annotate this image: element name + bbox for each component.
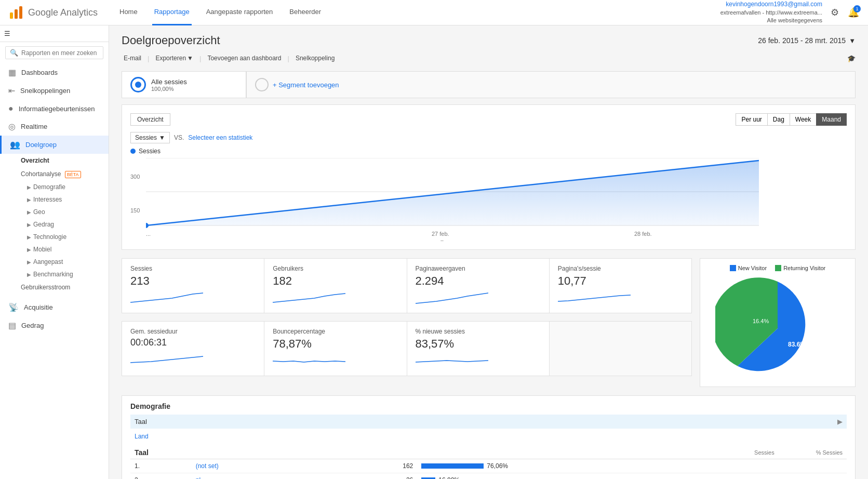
svg-text:16.4%: 16.4% bbox=[753, 318, 769, 324]
date-range-arrow: ▼ bbox=[849, 37, 856, 45]
taal-table-section: Taal Sessies % Sessies 1. (not set) 162 bbox=[130, 446, 847, 479]
segment-pct: 100,00% bbox=[151, 86, 187, 92]
taal-row[interactable]: Taal ▶ bbox=[130, 415, 847, 429]
taal-table: 1. (not set) 162 76,06% bbox=[130, 459, 847, 479]
metric-bounce: Bouncepercentage 78,87% bbox=[264, 321, 407, 376]
row-pct-1: 76,06% bbox=[487, 462, 508, 470]
sidebar-gebruikersstroom[interactable]: Gebruikersstroom bbox=[0, 281, 109, 294]
metrics-pie-row: Sessies 213 Gebruikers 182 bbox=[122, 258, 856, 387]
dag-button[interactable]: Dag bbox=[767, 113, 790, 126]
metrics-area: Sessies 213 Gebruikers 182 bbox=[122, 258, 691, 387]
maand-button[interactable]: Maand bbox=[816, 113, 847, 126]
sidebar-item-snelkoppelingen[interactable]: ⇤ Snelkoppelingen bbox=[0, 82, 109, 100]
user-email: kevinhogendoorn1993@gmail.com bbox=[720, 0, 822, 9]
svg-text:83.6%: 83.6% bbox=[788, 341, 806, 348]
sidebar-toggle[interactable]: ☰ bbox=[0, 25, 109, 42]
email-button[interactable]: E-mail bbox=[122, 54, 143, 63]
bar-cell-1: 76,06% bbox=[421, 462, 843, 470]
sidebar-demografie[interactable]: ▶ Demografie bbox=[0, 181, 109, 193]
metric-bounce-label: Bouncepercentage bbox=[273, 328, 398, 335]
table-row: 2. nl 36 16,90% bbox=[130, 473, 847, 480]
all-sessions-segment[interactable]: Alle sessies 100,00% bbox=[122, 71, 246, 98]
nav-aangepaste[interactable]: Aangepaste rapporten bbox=[204, 0, 275, 25]
sidebar-overzicht[interactable]: Overzicht bbox=[0, 154, 109, 167]
sidebar-item-doelgroep[interactable]: 👥 Doelgroep bbox=[0, 136, 109, 154]
sidebar: ☰ 🔍 ▦ Dashboards ⇤ Snelkoppelingen ● Inf… bbox=[0, 25, 109, 479]
nav-beheerder[interactable]: Beheerder bbox=[287, 0, 323, 25]
row-label-1[interactable]: (not set) bbox=[192, 459, 333, 473]
sidebar-gedrag[interactable]: ▶ Gedrag bbox=[0, 218, 109, 231]
google-analytics-logo bbox=[8, 5, 24, 20]
hamburger-icon: ☰ bbox=[4, 30, 10, 37]
date-range-picker[interactable]: 26 feb. 2015 - 28 mrt. 2015 ▼ bbox=[758, 36, 856, 45]
select-stat-link[interactable]: Selecteer een statistiek bbox=[188, 134, 252, 141]
week-button[interactable]: Week bbox=[790, 113, 817, 126]
sidebar-geo[interactable]: ▶ Geo bbox=[0, 206, 109, 218]
chart-visualization: 300 150 bbox=[130, 158, 847, 241]
sidebar-cohortanalyse[interactable]: Cohortanalyse BÉTA bbox=[0, 167, 109, 181]
sidebar-item-acquisitie[interactable]: 📡 Acquisitie bbox=[0, 298, 109, 316]
sidebar-gedrag-label2: Gedrag bbox=[21, 322, 44, 329]
export-button[interactable]: Exporteren ▼ bbox=[153, 54, 195, 63]
sidebar-interesses[interactable]: ▶ Interesses bbox=[0, 193, 109, 206]
sidebar-realtime-label: Realtime bbox=[21, 123, 47, 130]
chart-tabs-row: Overzicht Per uur Dag Week Maand bbox=[130, 113, 847, 126]
gear-icon[interactable]: ⚙ bbox=[829, 6, 841, 19]
sidebar-aangepast[interactable]: ▶ Aangepast bbox=[0, 256, 109, 268]
nav-home[interactable]: Home bbox=[117, 0, 140, 25]
sidebar-item-info[interactable]: ● Informatiegebeurtenissen bbox=[0, 100, 109, 117]
new-visitor-dot bbox=[730, 265, 736, 271]
metric-paginas-sessie-sparkline bbox=[558, 291, 683, 307]
search-box[interactable]: 🔍 bbox=[5, 46, 103, 59]
per-uur-button[interactable]: Per uur bbox=[736, 113, 767, 126]
col-sessions-header: Sessies bbox=[754, 449, 774, 456]
add-segment-button[interactable]: + Segment toevoegen bbox=[246, 71, 856, 98]
metric-selector[interactable]: Sessies ▼ bbox=[130, 132, 170, 143]
sidebar-item-gedrag[interactable]: ▤ Gedrag bbox=[0, 316, 109, 335]
bar-cell-2: 16,90% bbox=[421, 476, 843, 479]
chevron-gedrag: ▶ bbox=[27, 222, 31, 228]
pie-legend: New Visitor Returning Visitor bbox=[730, 265, 826, 271]
metric-nieuwe-sessies-value: 83,57% bbox=[416, 337, 541, 351]
new-visitor-legend: New Visitor bbox=[730, 265, 767, 271]
metric-nieuwe-sessies: % nieuwe sessies 83,57% bbox=[407, 321, 550, 376]
sidebar-doelgroep-label: Doelgroep bbox=[25, 141, 57, 149]
chart-area: Overzicht Per uur Dag Week Maand Sessies… bbox=[122, 104, 856, 250]
sidebar-mobiel[interactable]: ▶ Mobiel bbox=[0, 243, 109, 256]
metric-gebruikers-sparkline bbox=[273, 291, 398, 307]
row-label-2[interactable]: nl bbox=[192, 473, 333, 480]
land-label[interactable]: Land bbox=[130, 431, 847, 442]
sidebar-technologie[interactable]: ▶ Technologie bbox=[0, 231, 109, 243]
bell-icon[interactable]: 🔔 1 bbox=[847, 6, 860, 19]
row-num-1: 1. bbox=[130, 459, 192, 473]
segment-label: Alle sessies bbox=[151, 78, 187, 86]
taal-table-header: Taal Sessies % Sessies bbox=[130, 446, 847, 459]
add-dashboard-button[interactable]: Toevoegen aan dashboard bbox=[205, 54, 283, 63]
returning-visitor-dot bbox=[775, 265, 781, 271]
segment-info: Alle sessies 100,00% bbox=[151, 78, 187, 92]
sidebar-item-dashboards[interactable]: ▦ Dashboards bbox=[0, 63, 109, 82]
metric-paginas-sessie: Pagina's/sessie 10,77 bbox=[549, 258, 692, 313]
nav-rapportage[interactable]: Rapportage bbox=[152, 0, 192, 25]
bottom-row: Demografie Taal ▶ Land Taal Sessies % Se… bbox=[122, 395, 856, 479]
overview-tab[interactable]: Overzicht bbox=[130, 113, 170, 126]
returning-visitor-legend: Returning Visitor bbox=[775, 265, 825, 271]
time-buttons: Per uur Dag Week Maand bbox=[736, 113, 847, 126]
svg-text:27 feb.: 27 feb. bbox=[432, 231, 449, 237]
sidebar-benchmarking[interactable]: ▶ Benchmarking bbox=[0, 268, 109, 281]
sessions-chart-svg: ... 27 feb. 28 feb. ▼ bbox=[146, 158, 759, 241]
row-sessions-1: 162 bbox=[332, 459, 417, 473]
search-input[interactable] bbox=[21, 49, 99, 57]
metric-sessieduur-sparkline bbox=[130, 351, 256, 367]
y-label-300: 300 bbox=[130, 174, 140, 180]
user-scope: Alle websitegegevens bbox=[720, 17, 822, 24]
svg-rect-0 bbox=[10, 12, 13, 19]
mortar-icon: 🎓 bbox=[847, 55, 856, 62]
shortcut-button[interactable]: Snelkoppeling bbox=[293, 54, 337, 63]
add-segment-circle bbox=[255, 78, 269, 91]
logo-text: Google Analytics bbox=[28, 7, 98, 18]
metric-paginaweergaven-label: Paginaweergaven bbox=[416, 265, 541, 272]
beta-badge: BÉTA bbox=[65, 171, 81, 178]
sidebar-item-realtime[interactable]: ◎ Realtime bbox=[0, 117, 109, 136]
col-pct-header: % Sessies bbox=[816, 449, 843, 456]
